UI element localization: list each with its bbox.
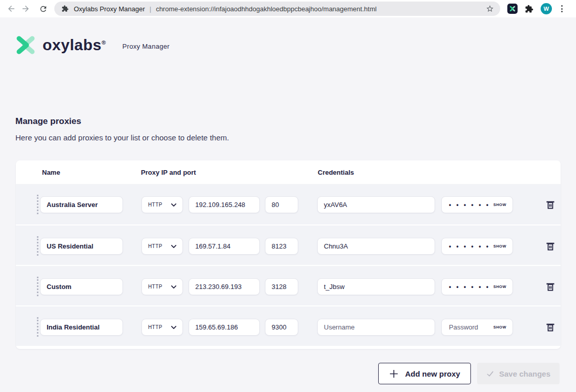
proxy-port-input[interactable] xyxy=(265,196,298,213)
show-password-button[interactable]: SHOW xyxy=(493,284,506,289)
chevron-down-icon xyxy=(170,324,177,331)
extension-puzzle-icon xyxy=(61,5,69,12)
delete-proxy-button[interactable] xyxy=(544,240,557,253)
show-password-button[interactable]: SHOW xyxy=(493,202,506,207)
proxy-table-card: Name Proxy IP and port Credentials HTTP … xyxy=(16,160,561,349)
address-bar[interactable]: Oxylabs Proxy Manager | chrome-extension… xyxy=(54,2,500,16)
proxy-name-input[interactable] xyxy=(40,238,123,255)
proxy-port-input[interactable] xyxy=(265,319,298,336)
page-title: Manage proxies xyxy=(15,116,81,127)
username-input[interactable] xyxy=(317,196,435,213)
chevron-down-icon xyxy=(170,243,177,250)
oxylabs-x-icon xyxy=(509,6,516,12)
back-arrow-icon xyxy=(7,4,16,13)
drag-handle[interactable] xyxy=(37,195,38,214)
protocol-select[interactable]: HTTP xyxy=(141,196,183,213)
add-new-proxy-label: Add new proxy xyxy=(405,369,460,378)
proxy-ip-input[interactable] xyxy=(189,319,260,336)
proxy-ip-input[interactable] xyxy=(189,238,260,255)
drag-handle[interactable] xyxy=(37,236,38,256)
protocol-select[interactable]: HTTP xyxy=(141,278,183,295)
protocol-value: HTTP xyxy=(148,324,162,330)
show-password-button[interactable]: SHOW xyxy=(493,244,506,249)
table-header: Name Proxy IP and port Credentials xyxy=(16,160,561,184)
protocol-value: HTTP xyxy=(148,243,162,249)
password-masked-value: Password xyxy=(449,324,478,331)
protocol-value: HTTP xyxy=(148,284,162,290)
table-row: HTTP Password SHOW xyxy=(16,305,561,346)
app-title: Proxy Manager xyxy=(122,43,170,50)
url-separator: | xyxy=(150,5,151,13)
save-changes-label: Save changes xyxy=(499,369,550,378)
oxylabs-extension-button[interactable] xyxy=(507,4,518,14)
delete-proxy-button[interactable] xyxy=(544,280,557,294)
oxylabs-logo-icon xyxy=(15,35,36,55)
protocol-select[interactable]: HTTP xyxy=(141,319,183,336)
show-password-button[interactable]: SHOW xyxy=(493,325,506,329)
proxy-port-input[interactable] xyxy=(265,238,298,255)
delete-proxy-button[interactable] xyxy=(544,198,557,212)
password-masked-value: • • • • • • xyxy=(449,202,490,208)
plus-icon xyxy=(389,369,399,379)
reload-button[interactable] xyxy=(36,2,50,16)
table-row: HTTP • • • • • • SHOW xyxy=(16,184,561,224)
username-input[interactable] xyxy=(317,319,435,336)
proxy-name-input[interactable] xyxy=(40,196,123,213)
delete-proxy-button[interactable] xyxy=(544,321,557,334)
password-field[interactable]: • • • • • • SHOW xyxy=(441,278,513,295)
trash-icon xyxy=(545,241,556,252)
add-new-proxy-button[interactable]: Add new proxy xyxy=(378,363,471,384)
proxy-ip-input[interactable] xyxy=(189,196,260,213)
username-input[interactable] xyxy=(317,238,435,255)
password-field[interactable]: • • • • • • SHOW xyxy=(441,238,513,255)
proxy-name-input[interactable] xyxy=(40,319,123,336)
brand-name: oxylabs® xyxy=(43,36,106,54)
protocol-value: HTTP xyxy=(148,202,162,208)
profile-avatar[interactable]: W xyxy=(541,3,552,14)
trash-icon xyxy=(545,322,556,333)
forward-arrow-icon xyxy=(21,4,30,13)
save-changes-button[interactable]: Save changes xyxy=(477,363,560,384)
table-row: HTTP • • • • • • SHOW xyxy=(16,224,561,265)
browser-toolbar: Oxylabs Proxy Manager | chrome-extension… xyxy=(0,0,576,17)
chevron-down-icon xyxy=(170,201,177,209)
password-masked-value: • • • • • • xyxy=(449,243,490,250)
chevron-down-icon xyxy=(170,283,177,291)
drag-handle[interactable] xyxy=(37,317,38,337)
bookmark-star-button[interactable] xyxy=(486,5,494,13)
app-header: oxylabs® Proxy Manager xyxy=(15,35,170,55)
table-body: HTTP • • • • • • SHOW HTTP • • • • xyxy=(16,184,561,346)
extensions-menu-button[interactable] xyxy=(525,5,533,13)
proxy-name-input[interactable] xyxy=(40,278,123,295)
drag-handle[interactable] xyxy=(37,277,38,296)
back-button[interactable] xyxy=(4,2,18,16)
protocol-select[interactable]: HTTP xyxy=(141,238,183,255)
password-masked-value: • • • • • • xyxy=(449,284,490,290)
check-icon xyxy=(486,370,494,378)
column-header-credentials: Credentials xyxy=(318,169,354,176)
url-text: chrome-extension://infajoaodhhdogakhloed… xyxy=(156,5,482,13)
column-header-ip-port: Proxy IP and port xyxy=(141,169,196,176)
table-row: HTTP • • • • • • SHOW xyxy=(16,265,561,305)
footer-actions: Add new proxy Save changes xyxy=(378,363,560,384)
trash-icon xyxy=(545,282,556,292)
browser-menu-button[interactable] xyxy=(559,3,565,14)
password-field[interactable]: Password SHOW xyxy=(441,319,513,336)
username-input[interactable] xyxy=(317,278,435,295)
registered-mark: ® xyxy=(101,39,106,46)
password-field[interactable]: • • • • • • SHOW xyxy=(441,196,513,213)
trash-icon xyxy=(545,200,556,210)
star-icon xyxy=(486,5,494,13)
column-header-name: Name xyxy=(42,169,60,176)
proxy-port-input[interactable] xyxy=(265,278,298,295)
forward-button[interactable] xyxy=(18,2,33,16)
reload-icon xyxy=(39,5,48,13)
page-subtitle: Here you can add proxies to your list or… xyxy=(15,133,229,142)
proxy-ip-input[interactable] xyxy=(189,278,260,295)
extension-title: Oxylabs Proxy Manager xyxy=(74,5,145,13)
